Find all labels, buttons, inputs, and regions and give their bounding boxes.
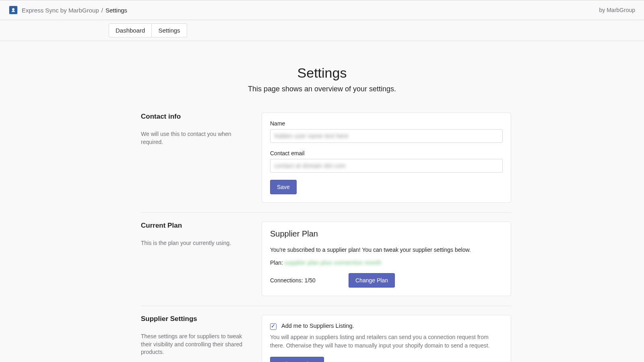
- section-current-plan: Current Plan This is the plan your curre…: [141, 212, 511, 306]
- breadcrumb-bar: Express Sync by MarbGroup / Settings by …: [0, 0, 644, 20]
- plan-card-title: Supplier Plan: [270, 229, 503, 239]
- update-settings-button[interactable]: Update Settings: [270, 357, 324, 362]
- email-label: Contact email: [270, 150, 503, 156]
- supplier-listing-label: Add me to Suppliers Listing.: [281, 323, 354, 329]
- byline-text: by MarbGroup: [599, 7, 635, 13]
- plan-card: Supplier Plan You're subscribed to a sup…: [262, 222, 511, 296]
- tab-dashboard[interactable]: Dashboard: [109, 23, 152, 37]
- supplier-card: Add me to Suppliers Listing. You will ap…: [262, 315, 511, 362]
- breadcrumb: Express Sync by MarbGroup / Settings: [9, 6, 599, 14]
- contact-heading: Contact info: [141, 113, 252, 121]
- supplier-description: These settings are for suppliers to twea…: [141, 333, 252, 356]
- page-header: Settings This page shows an overview of …: [0, 41, 644, 93]
- supplier-listing-checkbox[interactable]: [270, 323, 277, 330]
- tab-group: Dashboard Settings: [109, 23, 187, 37]
- plan-card-body: You're subscribed to a supplier plan! Yo…: [270, 246, 503, 254]
- connections-label: Connections: 1/50: [270, 277, 349, 284]
- page-subtitle: This page shows an overview of your sett…: [0, 85, 644, 93]
- tab-bar: Dashboard Settings: [0, 20, 644, 41]
- supplier-listing-help: You will appear in suppliers listing and…: [270, 333, 503, 350]
- contact-card: Name hidden user name text here Contact …: [262, 113, 511, 203]
- name-label: Name: [270, 120, 503, 127]
- contact-description: We will use this to contact you when req…: [141, 130, 252, 146]
- svg-point-0: [12, 8, 14, 10]
- save-button[interactable]: Save: [270, 180, 297, 194]
- name-field[interactable]: hidden user name text here: [270, 129, 503, 143]
- plan-heading: Current Plan: [141, 222, 252, 230]
- breadcrumb-separator: /: [101, 7, 103, 14]
- change-plan-button[interactable]: Change Plan: [349, 273, 395, 288]
- email-field[interactable]: contact at domain dot com: [270, 159, 503, 173]
- plan-label: Plan:: [270, 259, 283, 266]
- section-supplier-settings: Supplier Settings These settings are for…: [141, 306, 511, 362]
- breadcrumb-parent[interactable]: Express Sync by MarbGroup: [22, 7, 99, 14]
- app-logo-icon: [9, 6, 18, 14]
- tab-settings[interactable]: Settings: [152, 23, 187, 37]
- breadcrumb-current: Settings: [105, 7, 127, 14]
- page-title: Settings: [0, 65, 644, 81]
- plan-line: Plan: supplier plan plus connection mont…: [270, 259, 503, 266]
- plan-value: supplier plan plus connection month: [285, 259, 382, 266]
- supplier-heading: Supplier Settings: [141, 315, 252, 323]
- section-contact-info: Contact info We will use this to contact…: [141, 113, 511, 212]
- plan-description: This is the plan your currently using.: [141, 239, 252, 247]
